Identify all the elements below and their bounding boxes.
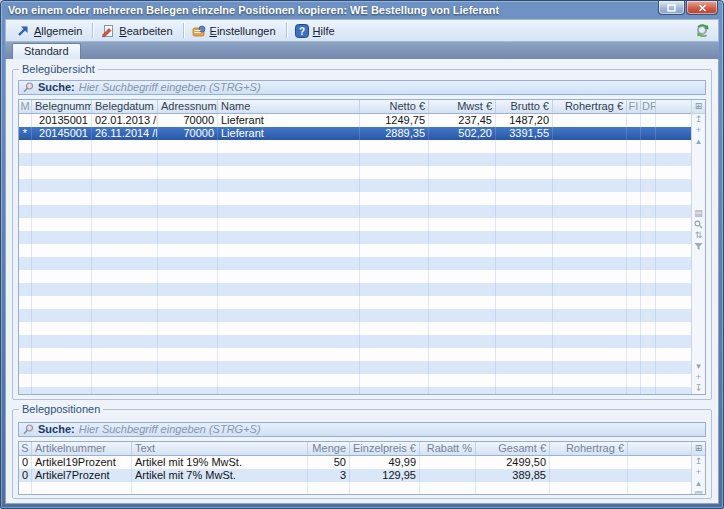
cell-brutto xyxy=(496,348,553,361)
cell-brutto xyxy=(496,179,553,192)
add-row-icon[interactable]: + xyxy=(692,125,705,136)
cell-dr xyxy=(641,114,656,127)
cell-belegnummer xyxy=(32,153,92,166)
cell-belegdatum xyxy=(92,335,158,348)
column-header[interactable]: Name xyxy=(218,100,360,113)
cell-adressnummer xyxy=(158,361,218,374)
search-icon xyxy=(23,82,34,93)
column-header[interactable]: Text xyxy=(132,442,308,455)
bearbeiten-button[interactable]: Bearbeiten xyxy=(96,23,179,39)
scroll-top-icon[interactable]: ↥ xyxy=(692,114,705,125)
column-header[interactable]: Belegdatum xyxy=(92,100,158,113)
cell-rohertrag xyxy=(553,140,627,153)
cell-artikelnummer: Artikel19Prozent xyxy=(32,456,132,469)
cell-filler xyxy=(656,283,691,296)
cell-fi xyxy=(627,322,641,335)
view-mode-icon[interactable]: ▤ xyxy=(692,208,705,219)
column-header[interactable]: Artikelnummer xyxy=(32,442,132,455)
allgemein-button[interactable]: Allgemein xyxy=(11,23,89,39)
cell-name xyxy=(218,374,360,387)
search-label: Suche: xyxy=(38,81,75,94)
cell-belegnummer: 20135001 xyxy=(32,114,92,127)
scroll-top-icon[interactable]: ↥ xyxy=(692,456,705,467)
table-row[interactable]: 2013500102.01.2013 /Mi70000Lieferant1249… xyxy=(19,114,691,127)
cell-belegnummer xyxy=(32,374,92,387)
cell-belegdatum xyxy=(92,140,158,153)
column-header[interactable]: Rabatt % xyxy=(420,442,476,455)
column-header[interactable]: Adressnumm xyxy=(158,100,218,113)
close-button[interactable] xyxy=(686,1,718,15)
beleguebersicht-search-bar: Suche: Hier Suchbegriff eingeben (STRG+S… xyxy=(18,80,706,95)
maximize-button[interactable] xyxy=(658,1,685,15)
empty-row xyxy=(19,296,691,309)
cell-mwst xyxy=(429,257,496,270)
column-header[interactable]: Einzelpreis € xyxy=(350,442,420,455)
cell-rohertrag xyxy=(553,361,627,374)
search-input[interactable]: Hier Suchbegriff eingeben (STRG+S) xyxy=(79,81,701,94)
column-header[interactable]: Netto € xyxy=(360,100,429,113)
hilfe-button[interactable]: ? Hilfe xyxy=(290,23,342,39)
search-row-icon[interactable] xyxy=(692,219,705,230)
step-up-icon[interactable]: ▴ xyxy=(692,478,705,489)
column-header[interactable]: Rohertrag € xyxy=(553,100,627,113)
table-row[interactable]: *2014500126.11.2014 /Mi70000Lieferant288… xyxy=(19,127,691,140)
add-row-bottom-icon[interactable]: + xyxy=(692,372,705,383)
einstellungen-button[interactable]: Einstellungen xyxy=(187,23,283,39)
cell-name xyxy=(218,283,360,296)
cell-belegdatum xyxy=(92,387,158,394)
cell-m xyxy=(19,361,32,374)
cell-mwst xyxy=(429,361,496,374)
view-mode-icon[interactable]: ▤ xyxy=(692,489,705,495)
cell-filler xyxy=(656,387,691,394)
cell-belegnummer xyxy=(32,322,92,335)
column-header[interactable]: DR xyxy=(641,100,656,113)
column-header[interactable]: FI xyxy=(627,100,641,113)
filter-icon[interactable] xyxy=(692,241,705,252)
close-icon xyxy=(698,4,707,12)
cell-dr xyxy=(641,387,656,394)
cell-einzelpreis: 49,99 xyxy=(350,456,420,469)
column-header[interactable]: S xyxy=(19,442,32,455)
column-header[interactable]: Gesamt € xyxy=(476,442,550,455)
cell-dr xyxy=(641,322,656,335)
refresh-button[interactable] xyxy=(695,24,710,38)
cell-belegnummer xyxy=(32,270,92,283)
belegpositionen-search-bar: Suche: Hier Suchbegriff eingeben (STRG+S… xyxy=(18,422,706,437)
column-header[interactable]: Mwst € xyxy=(429,100,496,113)
cell-mwst xyxy=(429,244,496,257)
scroll-bottom-icon[interactable]: ↧ xyxy=(692,383,705,394)
column-header[interactable]: Brutto € xyxy=(496,100,553,113)
cell-adressnummer xyxy=(158,387,218,394)
table-row[interactable]: 0Artikel19ProzentArtikel mit 19% MwSt.50… xyxy=(19,456,691,469)
cell-fi xyxy=(627,309,641,322)
step-down-icon[interactable]: ▾ xyxy=(692,361,705,372)
column-header[interactable]: Belegnumme xyxy=(32,100,92,113)
column-header[interactable]: Menge xyxy=(308,442,350,455)
tab-standard[interactable]: Standard xyxy=(12,43,81,59)
cell-dr xyxy=(641,205,656,218)
column-header[interactable]: M xyxy=(19,100,32,113)
bearbeiten-label: Bearbeiten xyxy=(119,25,172,37)
step-up-icon[interactable]: ▴ xyxy=(692,136,705,147)
cell-rohertrag xyxy=(553,244,627,257)
cell-name xyxy=(218,231,360,244)
cell-fi xyxy=(627,270,641,283)
column-chooser-icon[interactable]: ⊞ xyxy=(692,100,705,114)
cell-belegdatum xyxy=(92,218,158,231)
cell-belegnummer xyxy=(32,192,92,205)
cell-belegdatum xyxy=(92,374,158,387)
search-label: Suche: xyxy=(38,423,75,436)
cell-rohertrag xyxy=(553,114,627,127)
toolbar: Allgemein Bearbeiten Einstellungen ? Hil… xyxy=(5,19,719,42)
add-row-icon[interactable]: + xyxy=(692,467,705,478)
beleguebersicht-group-label: Belegübersicht xyxy=(19,63,98,75)
cell-name xyxy=(218,218,360,231)
column-chooser-icon[interactable]: ⊞ xyxy=(692,442,705,456)
cell-brutto xyxy=(496,244,553,257)
sort-icon[interactable]: ⇅ xyxy=(692,230,705,241)
cell-mwst xyxy=(429,205,496,218)
table-row[interactable]: 0Artikel7ProzentArtikel mit 7% MwSt.3129… xyxy=(19,469,691,482)
cell-filler xyxy=(656,127,691,140)
column-header[interactable]: Rohertrag € xyxy=(550,442,628,455)
search-input[interactable]: Hier Suchbegriff eingeben (STRG+S) xyxy=(79,423,701,436)
